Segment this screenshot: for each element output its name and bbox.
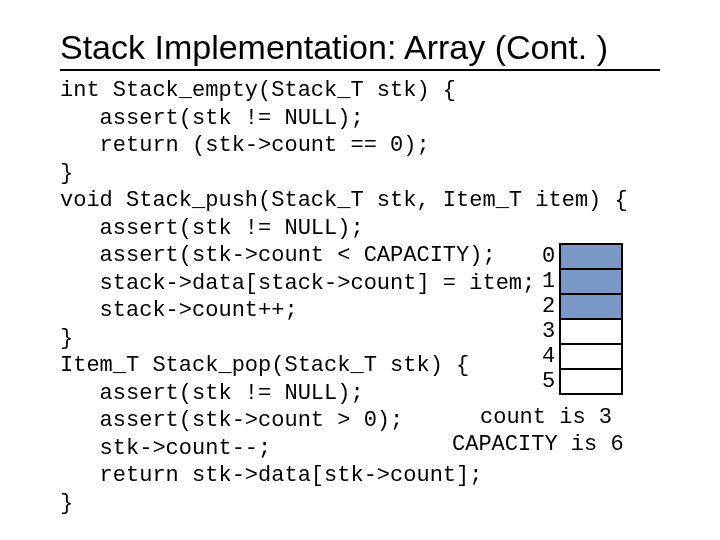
array-index: 1 xyxy=(542,269,560,294)
array-row: 0 xyxy=(542,244,622,269)
code-line: stk->count--; xyxy=(60,436,271,461)
code-line: assert(stk != NULL); xyxy=(60,381,364,406)
code-line: assert(stk->count < CAPACITY); xyxy=(60,243,496,268)
page-title: Stack Implementation: Array (Cont. ) xyxy=(60,28,680,67)
array-row: 5 xyxy=(542,369,622,394)
code-line: int Stack_empty(Stack_T stk) { xyxy=(60,78,456,103)
count-caption: count is 3 xyxy=(480,405,612,430)
code-line: void Stack_push(Stack_T stk, Item_T item… xyxy=(60,188,628,213)
array-row: 2 xyxy=(542,294,622,319)
array-diagram: 0 1 2 3 4 5 xyxy=(542,243,692,395)
code-line: } xyxy=(60,161,73,186)
title-underline xyxy=(60,69,660,71)
slide: Stack Implementation: Array (Cont. ) int… xyxy=(0,0,720,540)
array-row: 1 xyxy=(542,269,622,294)
code-line: } xyxy=(60,491,73,516)
array-index: 4 xyxy=(542,344,560,369)
code-line: return (stk->count == 0); xyxy=(60,133,430,158)
array-cell-empty xyxy=(560,319,622,344)
array-cell-empty xyxy=(560,369,622,394)
code-line: Item_T Stack_pop(Stack_T stk) { xyxy=(60,353,469,378)
array-index: 3 xyxy=(542,319,560,344)
array-cell-filled xyxy=(560,244,622,269)
array-cell-filled xyxy=(560,269,622,294)
array-index: 2 xyxy=(542,294,560,319)
array-index: 5 xyxy=(542,369,560,394)
capacity-caption: CAPACITY is 6 xyxy=(452,432,624,457)
code-line: return stk->data[stk->count]; xyxy=(60,463,482,488)
array-table: 0 1 2 3 4 5 xyxy=(542,243,623,395)
code-line: assert(stk != NULL); xyxy=(60,106,364,131)
code-line: } xyxy=(60,326,73,351)
code-line: stack->count++; xyxy=(60,298,298,323)
code-line: assert(stk != NULL); xyxy=(60,216,364,241)
code-line: assert(stk->count > 0); xyxy=(60,408,403,433)
array-row: 3 xyxy=(542,319,622,344)
array-cell-empty xyxy=(560,344,622,369)
array-row: 4 xyxy=(542,344,622,369)
array-cell-filled xyxy=(560,294,622,319)
code-line: stack->data[stack->count] = item; xyxy=(60,271,535,296)
array-index: 0 xyxy=(542,244,560,269)
